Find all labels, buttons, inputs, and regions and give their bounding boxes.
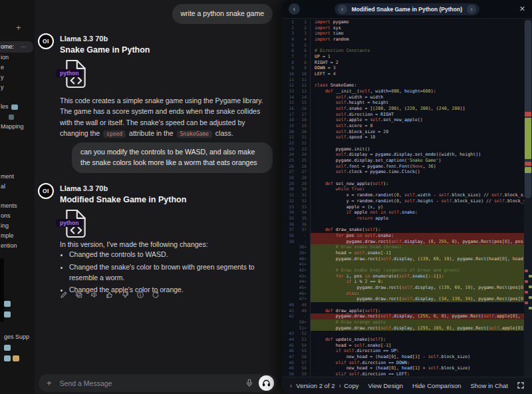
diff-marker-added bbox=[529, 275, 532, 278]
sidebar-item-label: ention bbox=[1, 241, 17, 251]
back-button[interactable]: ‹ bbox=[289, 3, 300, 15]
code-line: 3636 bbox=[282, 222, 524, 228]
code-line: 2828 bbox=[282, 175, 524, 181]
thumbs-down-icon[interactable] bbox=[121, 291, 129, 299]
app-window: + ome:⋯ioneyylesMappingmentalmentsonsing… bbox=[0, 0, 532, 394]
show-in-chat-button[interactable]: Show in Chat bbox=[470, 382, 508, 389]
code-panel: ‹ ‹ Modified Snake Game in Python (Pytho… bbox=[282, 0, 532, 394]
prev-version-button[interactable]: ‹ bbox=[338, 5, 347, 14]
thumbnail-icon bbox=[4, 301, 11, 307]
diff-marker-removed bbox=[525, 112, 531, 116]
sidebar-footer-icon[interactable] bbox=[4, 309, 35, 319]
sidebar-history-item[interactable]: les bbox=[0, 102, 35, 112]
voice-mode-button[interactable] bbox=[259, 375, 274, 391]
regenerate-icon[interactable] bbox=[152, 291, 160, 299]
diff-marker-added bbox=[529, 296, 532, 299]
sidebar-history-item[interactable] bbox=[0, 112, 35, 122]
more-options-icon[interactable]: ⋯ bbox=[21, 42, 27, 52]
sidebar-history-item[interactable]: ing bbox=[0, 221, 35, 231]
code-line: 3030 while True: bbox=[282, 186, 524, 192]
sidebar-footer-item[interactable]: ges Supp bbox=[4, 331, 35, 342]
code-line: 22import sys bbox=[282, 25, 524, 31]
code-line: 2727 self.clock = pygame.time.Clock() bbox=[282, 169, 524, 175]
code-line: 1919 self.score = 0 bbox=[282, 123, 524, 129]
thumbnail-icon bbox=[4, 311, 11, 317]
code-line: 1414 self.width = width bbox=[282, 95, 524, 100]
thumbnail-icon bbox=[11, 104, 18, 110]
code-line: 2929 def set_new_apple(self): bbox=[282, 181, 524, 187]
code-line: 4756 new_head = (head[0], head[1] - self… bbox=[282, 354, 524, 360]
code-line: 2626 self.font = pygame.font.Font(None, … bbox=[282, 164, 524, 170]
close-icon[interactable]: ✕ bbox=[519, 5, 525, 13]
code-line: 50+ # Draw orange apple bbox=[282, 319, 524, 325]
code-line: 11import pygame bbox=[282, 19, 524, 25]
code-line: 3333 apple = (x, y) bbox=[282, 204, 524, 210]
new-chat-icon[interactable]: + bbox=[16, 23, 21, 33]
code-line: 2424 self.display = pygame.display.set_m… bbox=[282, 152, 524, 158]
attach-icon[interactable]: + bbox=[47, 378, 52, 388]
prev-version-icon[interactable]: ‹ bbox=[290, 382, 292, 389]
code-line: 2222 bbox=[282, 140, 524, 146]
code-line: 41+ bbox=[282, 262, 524, 268]
python-file-icon[interactable]: python bbox=[60, 59, 94, 89]
sidebar-history-item[interactable]: y bbox=[0, 73, 35, 83]
thumbs-up-icon[interactable] bbox=[106, 291, 114, 299]
sidebar-history-item[interactable]: al bbox=[0, 182, 35, 192]
sidebar-history-item[interactable]: ment bbox=[0, 172, 35, 182]
sidebar-history-item[interactable]: Mapping bbox=[0, 122, 35, 132]
sidebar-footer-icon[interactable] bbox=[4, 353, 35, 363]
info-icon[interactable] bbox=[136, 291, 144, 299]
sidebar-history-item[interactable]: ments bbox=[0, 201, 35, 211]
sidebar: + ome:⋯ioneyylesMappingmentalmentsonsing… bbox=[0, 0, 35, 394]
copy-icon[interactable] bbox=[75, 291, 83, 299]
sidebar-history-item[interactable]: ons bbox=[0, 211, 35, 221]
sidebar-item-label: mple bbox=[1, 231, 14, 241]
thumbnail-icon bbox=[13, 355, 19, 361]
sidebar-history-item[interactable]: y bbox=[0, 83, 35, 93]
code-line: 4352 bbox=[282, 331, 524, 337]
python-badge: python bbox=[56, 219, 82, 227]
sidebar-history-item[interactable]: ome:⋯ bbox=[0, 41, 33, 53]
sidebar-history-item[interactable]: ention bbox=[0, 241, 35, 251]
sidebar-footer-icon[interactable] bbox=[4, 298, 35, 309]
sidebar-history-item[interactable]: e bbox=[0, 63, 35, 73]
next-version-button[interactable]: › bbox=[467, 5, 476, 14]
change-item: Changed the controls to WASD. bbox=[69, 250, 269, 260]
code-line: 1010LEFT = 4 bbox=[282, 71, 524, 77]
read-aloud-icon[interactable] bbox=[90, 291, 98, 299]
sidebar-history-item[interactable]: mple bbox=[0, 231, 35, 241]
sidebar-footer-label: ges Supp bbox=[4, 333, 29, 340]
code-line: 33import time bbox=[282, 31, 524, 37]
code-line: 3535 return apple bbox=[282, 216, 524, 222]
code-line: 2323 pygame.init() bbox=[282, 146, 524, 152]
sidebar-footer-icon[interactable] bbox=[4, 342, 35, 353]
model-name: Llama 3.3 70b bbox=[60, 184, 108, 192]
version-title-pill: ‹ Modified Snake Game in Python (Python)… bbox=[334, 3, 479, 15]
copy-button[interactable]: Copy bbox=[344, 382, 358, 389]
hide-comparison-button[interactable]: Hide Comparison bbox=[412, 382, 461, 389]
code-diff-view: 11import pygame22import sys33import time… bbox=[282, 19, 524, 377]
sidebar-item-label: e bbox=[1, 63, 4, 73]
code-line: 3131 x = random.randint(0, self.width - … bbox=[282, 192, 524, 198]
code-line: 2121 self.speed = 10 bbox=[282, 134, 524, 140]
code-scrollbar[interactable] bbox=[524, 19, 532, 377]
code-line: 88RIGHT = 2 bbox=[282, 60, 524, 66]
send-message-input[interactable] bbox=[59, 379, 245, 388]
view-design-button[interactable]: View Design bbox=[368, 382, 403, 389]
sidebar-scrollbar-thumb[interactable] bbox=[0, 258, 4, 322]
code-line: 55 bbox=[282, 43, 524, 49]
panel-title: Modified Snake Game in Python (Python) bbox=[352, 6, 462, 13]
code-line: 2020 self.block_size = 20 bbox=[282, 129, 524, 135]
sidebar-history-item[interactable]: ion bbox=[0, 53, 35, 63]
diff-marker-removed bbox=[525, 301, 528, 304]
next-version-icon[interactable]: › bbox=[338, 382, 340, 389]
assistant-text: In this version, I've made the following… bbox=[60, 240, 208, 248]
sidebar-item-label: Mapping bbox=[1, 122, 24, 132]
code-line: 40+ pygame.draw.rect(self.display, (139,… bbox=[282, 256, 524, 262]
code-line: 3434 if apple not in self.snake: bbox=[282, 210, 524, 216]
sidebar-item-label: y bbox=[1, 73, 4, 83]
fullscreen-icon[interactable] bbox=[517, 382, 524, 390]
edit-icon[interactable] bbox=[60, 291, 68, 299]
python-file-icon[interactable]: python bbox=[60, 208, 94, 239]
mic-icon[interactable] bbox=[245, 379, 253, 387]
